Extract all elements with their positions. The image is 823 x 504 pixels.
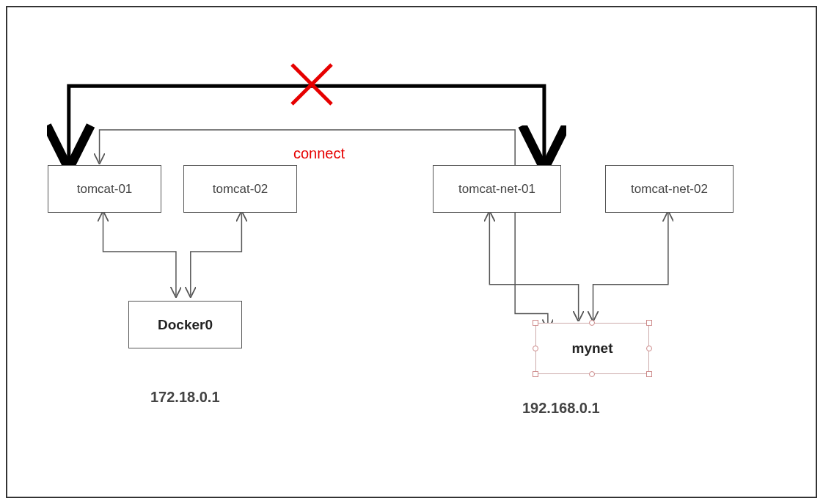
label-docker0-ip: 172.18.0.1	[150, 389, 220, 406]
node-tomcat-01[interactable]: tomcat-01	[48, 165, 161, 213]
node-tomcat-02[interactable]: tomcat-02	[183, 165, 297, 213]
node-label: mynet	[572, 340, 613, 357]
selection-handle-mid[interactable]	[646, 346, 652, 351]
link-tomcat01-docker0	[103, 213, 176, 295]
link-tomcatnet02-mynet	[593, 213, 668, 319]
label-mynet-ip: 192.168.0.1	[522, 400, 600, 417]
node-label: tomcat-net-01	[458, 182, 535, 197]
svg-line-0	[292, 65, 332, 104]
node-label: tomcat-02	[213, 182, 268, 197]
node-label: Docker0	[158, 317, 213, 333]
node-label: tomcat-net-02	[631, 182, 708, 197]
node-label: tomcat-01	[77, 182, 133, 197]
link-tomcatnet01-mynet	[489, 213, 578, 319]
selection-handle-mid[interactable]	[533, 346, 538, 351]
node-tomcat-net-01[interactable]: tomcat-net-01	[433, 165, 561, 213]
node-docker0[interactable]: Docker0	[128, 301, 242, 348]
selection-handle-corner[interactable]	[646, 320, 652, 326]
cross-icon	[286, 59, 337, 110]
connect-label: connect	[293, 145, 345, 162]
diagram-canvas: connect tomcat-01 tomcat-02 Docker0 172.…	[6, 6, 817, 498]
selection-handle-corner[interactable]	[646, 371, 652, 377]
node-mynet[interactable]: mynet	[535, 323, 649, 374]
selection-handle-corner[interactable]	[533, 371, 538, 377]
selection-handle-mid[interactable]	[589, 371, 595, 377]
node-tomcat-net-02[interactable]: tomcat-net-02	[605, 165, 734, 213]
selection-handle-corner[interactable]	[533, 320, 538, 326]
selection-handle-mid[interactable]	[589, 320, 595, 326]
link-tomcat02-docker0	[191, 213, 242, 295]
svg-line-1	[292, 65, 332, 104]
connector-lines	[7, 7, 816, 497]
